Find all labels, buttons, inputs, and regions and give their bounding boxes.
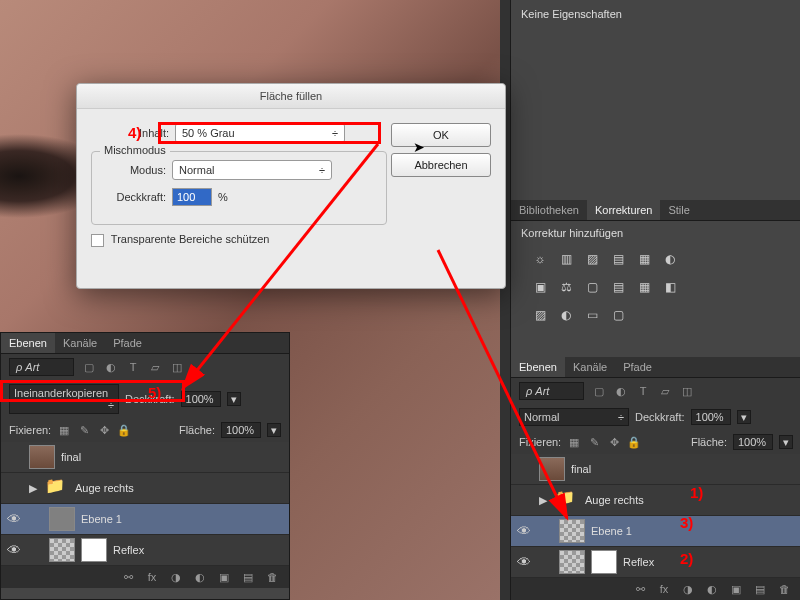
lock-move-icon[interactable]: ✥ [97,423,111,437]
gradient-map-icon[interactable]: ▭ [583,307,601,323]
new-layer-icon[interactable]: ▤ [753,582,767,596]
lock-all-icon[interactable]: 🔒 [117,423,131,437]
layer-group-auge-right[interactable]: ▶ Auge rechts [511,485,800,516]
lock-label-left: Fixieren: [9,424,51,436]
layer-thumb-reflex [49,538,75,562]
filter-text-icon[interactable]: T [636,384,650,398]
layer-final-right[interactable]: final [511,454,800,485]
new-layer-icon[interactable]: ▤ [241,570,255,584]
posterize-icon[interactable]: ▨ [531,307,549,323]
tab-ebenen-right[interactable]: Ebenen [511,357,565,377]
tab-korrekturen[interactable]: Korrekturen [587,200,660,220]
layer-ebene1-right[interactable]: 👁 Ebene 1 [511,516,800,547]
mode-dropdown[interactable]: Normal÷ [172,160,332,180]
filter-image-icon[interactable]: ▢ [592,384,606,398]
right-side-panels: Keine Eigenschaften Bibliotheken Korrekt… [510,0,800,600]
lock-label-right: Fixieren: [519,436,561,448]
lock-trans-icon[interactable]: ▦ [567,435,581,449]
tab-kanaele-right[interactable]: Kanäle [565,357,615,377]
lock-all-icon[interactable]: 🔒 [627,435,641,449]
left-layers-filter-row: ρ Art ▢ ◐ T ▱ ◫ [1,354,289,380]
preserve-transparency-checkbox[interactable] [91,234,104,247]
opacity-value-left[interactable]: 100% [181,391,221,407]
exposure-icon[interactable]: ▤ [609,251,627,267]
opacity-value-right[interactable]: 100% [691,409,731,425]
filter-adj-icon[interactable]: ◐ [104,360,118,374]
fill-value-right[interactable]: 100% [733,434,773,450]
layer-name-ebene1: Ebene 1 [81,513,122,525]
visibility-icon[interactable]: 👁 [517,523,533,539]
filter-smart-icon[interactable]: ◫ [680,384,694,398]
selective-color-icon[interactable]: ▢ [609,307,627,323]
no-properties-text: Keine Eigenschaften [521,8,622,20]
visibility-icon[interactable]: 👁 [517,554,533,570]
opacity-input[interactable] [172,188,212,206]
brightness-icon[interactable]: ☼ [531,251,549,267]
link-icon[interactable]: ⚯ [633,582,647,596]
tab-stile[interactable]: Stile [660,200,697,220]
blend-mode-left[interactable]: Ineinanderkopieren ÷ [9,384,119,414]
photo-filter-icon[interactable]: ▢ [583,279,601,295]
disclosure-icon[interactable]: ▶ [539,494,547,507]
layer-reflex-left[interactable]: 👁 Reflex [1,535,289,566]
vibrance-icon[interactable]: ▦ [635,251,653,267]
adj-icon[interactable]: ◐ [193,570,207,584]
adj-icon[interactable]: ◐ [705,582,719,596]
layer-reflex-right[interactable]: 👁 Reflex [511,547,800,578]
invert-icon[interactable]: ◧ [661,279,679,295]
visibility-icon[interactable]: 👁 [7,542,23,558]
left-layers-tabs: Ebenen Kanäle Pfade [1,333,289,354]
lock-paint-icon[interactable]: ✎ [77,423,91,437]
tab-ebenen-left[interactable]: Ebenen [1,333,55,353]
blend-mode-right[interactable]: Normal ÷ [519,408,629,426]
filter-adj-icon[interactable]: ◐ [614,384,628,398]
lock-trans-icon[interactable]: ▦ [57,423,71,437]
cancel-button[interactable]: Abbrechen [391,153,491,177]
tab-kanaele-left[interactable]: Kanäle [55,333,105,353]
tab-pfade-left[interactable]: Pfade [105,333,150,353]
filter-shape-icon[interactable]: ▱ [658,384,672,398]
fill-arrow-left[interactable]: ▾ [267,423,281,437]
trash-icon[interactable]: 🗑 [777,582,791,596]
filter-shape-icon[interactable]: ▱ [148,360,162,374]
lock-move-icon[interactable]: ✥ [607,435,621,449]
layer-ebene1-left[interactable]: 👁 Ebene 1 [1,504,289,535]
kind-filter-left[interactable]: ρ Art [9,358,74,376]
threshold-icon[interactable]: ◐ [557,307,575,323]
annotation-2: 2) [680,550,693,567]
layer-group-auge-left[interactable]: ▶ Auge rechts [1,473,289,504]
curves-icon[interactable]: ▨ [583,251,601,267]
kind-filter-right[interactable]: ρ Art [519,382,584,400]
group-icon[interactable]: ▣ [217,570,231,584]
blend-legend: Mischmodus [100,144,170,156]
right-blend-row: Normal ÷ Deckkraft: 100% ▾ [511,404,800,430]
fx-icon[interactable]: fx [657,582,671,596]
lock-paint-icon[interactable]: ✎ [587,435,601,449]
balance-icon[interactable]: ⚖ [557,279,575,295]
fx-icon[interactable]: fx [145,570,159,584]
levels-icon[interactable]: ▥ [557,251,575,267]
content-dropdown[interactable]: 50 % Grau÷ [175,123,345,143]
visibility-icon[interactable]: 👁 [7,511,23,527]
mask-icon[interactable]: ◑ [169,570,183,584]
opacity-arrow-left[interactable]: ▾ [227,392,241,406]
tab-bibliotheken[interactable]: Bibliotheken [511,200,587,220]
filter-smart-icon[interactable]: ◫ [170,360,184,374]
opacity-arrow-right[interactable]: ▾ [737,410,751,424]
lut-icon[interactable]: ▦ [635,279,653,295]
bw-icon[interactable]: ▣ [531,279,549,295]
hue-icon[interactable]: ◐ [661,251,679,267]
disclosure-icon[interactable]: ▶ [29,482,37,495]
mixer-icon[interactable]: ▤ [609,279,627,295]
mask-icon[interactable]: ◑ [681,582,695,596]
ok-button[interactable]: OK [391,123,491,147]
filter-image-icon[interactable]: ▢ [82,360,96,374]
link-icon[interactable]: ⚯ [121,570,135,584]
group-icon[interactable]: ▣ [729,582,743,596]
trash-icon[interactable]: 🗑 [265,570,279,584]
fill-arrow-right[interactable]: ▾ [779,435,793,449]
tab-pfade-right[interactable]: Pfade [615,357,660,377]
fill-value-left[interactable]: 100% [221,422,261,438]
layer-final-left[interactable]: final [1,442,289,473]
filter-text-icon[interactable]: T [126,360,140,374]
